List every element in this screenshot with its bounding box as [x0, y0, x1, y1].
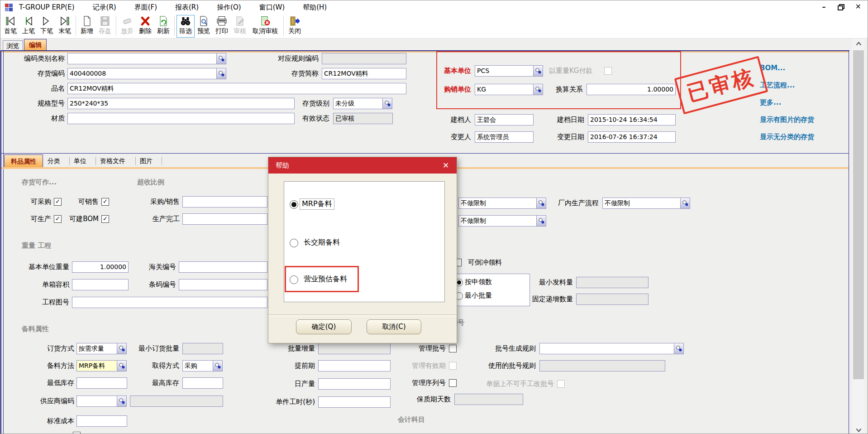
dialog-cancel-button[interactable]: 取消(C) — [367, 319, 421, 334]
factory-flow-lookup-icon[interactable] — [680, 198, 690, 209]
order-mode-lookup-icon[interactable] — [117, 343, 127, 354]
manage-batch-checkbox[interactable] — [449, 345, 457, 352]
box-volume-field[interactable] — [72, 279, 129, 290]
toolbar-prev-button[interactable]: 上笔 — [19, 15, 38, 38]
restriction-2-lookup-icon[interactable] — [536, 215, 546, 227]
subtab-unit[interactable]: 单位 — [74, 155, 95, 167]
level-lookup-icon[interactable] — [382, 98, 392, 109]
link-bom[interactable]: BOM... — [760, 64, 785, 72]
factory-flow-field[interactable]: 不做限制 — [602, 198, 681, 209]
item-short-field[interactable]: CR12MOV精料 — [322, 68, 406, 79]
batch-rule-field[interactable] — [539, 343, 674, 354]
subtab-qualification[interactable]: 资格文件 — [100, 155, 134, 167]
toolbar-filter-button[interactable]: 筛选 — [176, 15, 195, 38]
toolbar-print-button[interactable]: 打印 — [213, 15, 231, 38]
prep-method-field[interactable]: MRP备料 — [76, 360, 117, 371]
trade-unit-field[interactable]: KG — [475, 84, 534, 95]
menu-operation[interactable]: 操作(O) — [217, 3, 241, 12]
manage-expiry-checkbox — [449, 362, 457, 370]
link-more[interactable]: 更多... — [760, 98, 781, 107]
base-unit-lookup-icon[interactable] — [533, 65, 543, 77]
menu-interface[interactable]: 界面(F) — [134, 3, 157, 12]
order-mode-field[interactable]: 按需求量 — [76, 343, 117, 354]
window-close-icon[interactable]: ✕ — [855, 2, 861, 11]
long-lead-prep-radio[interactable] — [290, 239, 298, 247]
supplier-code-lookup-icon[interactable] — [117, 395, 127, 407]
item-name-field[interactable]: CR12MOV精料 — [67, 83, 406, 94]
long-lead-prep-label[interactable]: 长交期备料 — [302, 237, 342, 248]
toolbar-cancel-audit-button[interactable]: 取消审核 — [249, 15, 281, 38]
producible-checkbox[interactable] — [54, 215, 62, 223]
dialog-title-bar[interactable]: 帮助 — [268, 157, 457, 174]
scroll-down-icon[interactable] — [852, 425, 865, 434]
supplier-code-field[interactable] — [76, 395, 117, 407]
toolbar-new-button[interactable]: 新增 — [78, 15, 96, 38]
toolbar-last-button[interactable]: 末笔 — [56, 15, 74, 38]
link-show-with-images[interactable]: 显示有图片的存货 — [760, 116, 814, 124]
mrp-prep-radio[interactable] — [290, 200, 298, 209]
batch-rule-lookup-icon[interactable] — [674, 343, 684, 354]
menu-record[interactable]: 记录(R) — [93, 3, 116, 12]
restriction-field-1[interactable]: 不做限制 — [458, 198, 537, 209]
bom-buildable-checkbox[interactable] — [101, 215, 109, 223]
min-stock-field[interactable] — [76, 377, 127, 389]
menu-window[interactable]: 窗口(W) — [259, 3, 285, 12]
production-finish-ratio-field[interactable] — [182, 213, 267, 225]
sellable-checkbox[interactable] — [101, 198, 109, 206]
drawing-no-field[interactable] — [72, 297, 267, 308]
window-restore-icon[interactable] — [838, 4, 844, 10]
toolbar-preview-button[interactable]: 预览 — [195, 15, 213, 38]
status-field: 已审核 — [333, 113, 393, 124]
vertical-scrollbar[interactable] — [852, 39, 865, 434]
customs-code-field[interactable] — [179, 261, 267, 273]
restriction-field-2[interactable]: 不做限制 — [458, 215, 537, 227]
window-minimize-icon[interactable]: – — [822, 2, 826, 11]
item-code-field[interactable]: 400400008 — [67, 68, 217, 79]
manage-serial-checkbox[interactable] — [449, 379, 457, 387]
unit-work-time-field[interactable] — [318, 396, 391, 408]
tab-edit[interactable]: 编辑 — [24, 39, 47, 50]
std-cost-field[interactable] — [76, 415, 127, 427]
min-stock-label: 最低库存 — [40, 377, 74, 389]
acquire-mode-lookup-icon[interactable] — [213, 360, 223, 371]
toolbar-first-button[interactable]: 首笔 — [1, 15, 19, 38]
max-stock-field[interactable] — [182, 377, 223, 389]
dialog-ok-button[interactable]: 确定(Q) — [296, 319, 352, 334]
conversion-field[interactable]: 1.00000 — [587, 84, 676, 95]
sales-forecast-prep-radio[interactable] — [290, 275, 298, 284]
base-unit-field[interactable]: PCS — [475, 65, 534, 77]
toolbar-refresh-button[interactable]: 刷新 — [154, 15, 172, 38]
menu-tgroup-erp[interactable]: T-GROUP ERP(E) — [19, 3, 75, 11]
lead-time-field[interactable] — [318, 360, 391, 371]
code-category-lookup-icon[interactable] — [216, 53, 226, 64]
toolbar-next-button[interactable]: 下笔 — [38, 15, 56, 38]
acquire-mode-field[interactable]: 采购 — [182, 360, 213, 371]
restriction-1-lookup-icon[interactable] — [536, 198, 546, 209]
link-show-unclassified[interactable]: 显示无分类的存货 — [760, 133, 814, 141]
subtab-item-attributes[interactable]: 料品属性 — [4, 154, 43, 167]
menu-report[interactable]: 报表(R) — [175, 3, 199, 12]
trade-unit-lookup-icon[interactable] — [533, 84, 543, 95]
sales-forecast-prep-label[interactable]: 营业预估备料 — [302, 274, 349, 285]
code-category-field[interactable] — [67, 53, 217, 64]
barcode-field[interactable] — [179, 279, 267, 290]
purchase-sale-ratio-field[interactable] — [182, 196, 267, 207]
subtab-image[interactable]: 图片 — [140, 155, 161, 167]
purchasable-checkbox[interactable] — [54, 198, 62, 206]
prep-method-lookup-icon[interactable] — [117, 360, 127, 371]
level-field[interactable]: 未分级 — [333, 98, 383, 109]
scrollbar-thumb[interactable] — [853, 50, 864, 379]
daily-output-field[interactable] — [318, 378, 391, 390]
menu-help[interactable]: 帮助(H) — [303, 3, 327, 12]
tab-browse[interactable]: 浏览 — [3, 40, 23, 50]
material-field[interactable] — [67, 113, 295, 124]
unit-weight-field[interactable]: 1.00000 — [72, 261, 129, 273]
item-code-lookup-icon[interactable] — [216, 68, 226, 79]
toolbar-delete-button[interactable]: 删除 — [136, 15, 154, 38]
spec-field[interactable]: 250*240*35 — [67, 98, 295, 109]
dialog-close-icon[interactable]: ✕ — [440, 160, 451, 171]
scroll-up-icon[interactable] — [852, 39, 865, 48]
mrp-prep-label[interactable]: MRP备料 — [300, 199, 334, 209]
subtab-classification[interactable]: 分类 — [48, 155, 68, 167]
toolbar-close-button[interactable]: 关闭 — [286, 15, 304, 38]
